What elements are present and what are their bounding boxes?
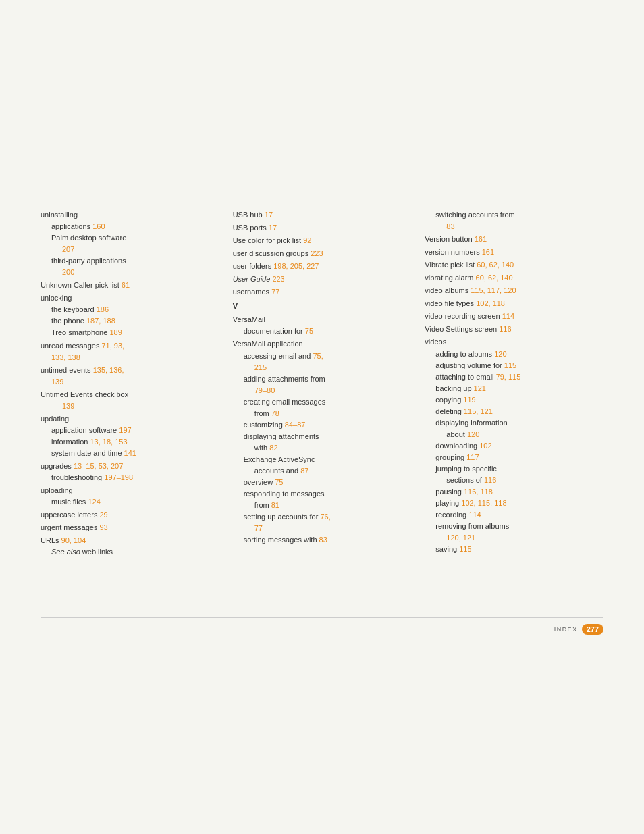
entry-updating: updating application software 197 inform… [41, 413, 219, 459]
entry-video-file-types: video file types 102, 118 [425, 298, 603, 309]
entry-untimed-events-checkbox: Untimed Events check box 139 [41, 389, 219, 412]
index-content: uninstalling applications 160 Palm deskt… [41, 209, 603, 559]
section-v: V [233, 301, 412, 312]
entry-version-button: Version button 161 [425, 234, 603, 245]
column-3: switching accounts from 83 Version butto… [425, 209, 603, 559]
entry-version-numbers: version numbers 161 [425, 246, 603, 258]
footer-label: INDEX [554, 626, 578, 633]
entry-switching-accounts: switching accounts from 83 [425, 209, 603, 232]
entry-versamail-app: VersaMail application accessing email an… [233, 338, 412, 546]
page: uninstalling applications 160 Palm deskt… [0, 0, 644, 834]
entry-usb-hub: USB hub 17 [233, 209, 412, 221]
entry-uploading: uploading music files 124 [41, 485, 219, 508]
entry-user-discussion: user discussion groups 223 [233, 248, 412, 259]
entry-urls: URLs 90, 104 See also web links [41, 535, 219, 558]
entry-unknown-caller: Unknown Caller pick list 61 [41, 280, 219, 291]
column-1: uninstalling applications 160 Palm deskt… [41, 209, 233, 559]
entry-untimed-events: untimed events 135, 136, 139 [41, 365, 219, 388]
entry-use-color: Use color for pick list 92 [233, 235, 412, 246]
entry-versamail: VersaMail documentation for 75 [233, 314, 412, 337]
entry-video-albums: video albums 115, 117, 120 [425, 285, 603, 296]
entry-usb-ports: USB ports 17 [233, 222, 412, 234]
footer-page-number: 277 [582, 624, 603, 635]
entry-urgent-messages: urgent messages 93 [41, 522, 219, 533]
entry-uppercase: uppercase letters 29 [41, 509, 219, 521]
entry-upgrades: upgrades 13–15, 53, 207 troubleshooting … [41, 461, 219, 484]
entry-unread-messages: unread messages 71, 93, 133, 138 [41, 340, 219, 363]
entry-user-guide: User Guide 223 [233, 273, 412, 285]
entry-vibrate-pick-list: Vibrate pick list 60, 62, 140 [425, 259, 603, 271]
footer: INDEX 277 [554, 624, 603, 635]
footer-rule [41, 617, 603, 618]
entry-unlocking: unlocking the keyboard 186 the phone 187… [41, 292, 219, 338]
column-2: USB hub 17 USB ports 17 Use color for pi… [233, 209, 425, 559]
entry-uninstalling: uninstalling applications 160 Palm deskt… [41, 209, 219, 278]
entry-user-folders: user folders 198, 205, 227 [233, 261, 412, 272]
entry-vibrating-alarm: vibrating alarm 60, 62, 140 [425, 272, 603, 284]
entry-videos: videos adding to albums 120 adjusting vo… [425, 336, 603, 555]
entry-usernames: usernames 77 [233, 286, 412, 298]
entry-video-recording-screen: video recording screen 114 [425, 311, 603, 322]
entry-video-settings-screen: Video Settings screen 116 [425, 323, 603, 335]
